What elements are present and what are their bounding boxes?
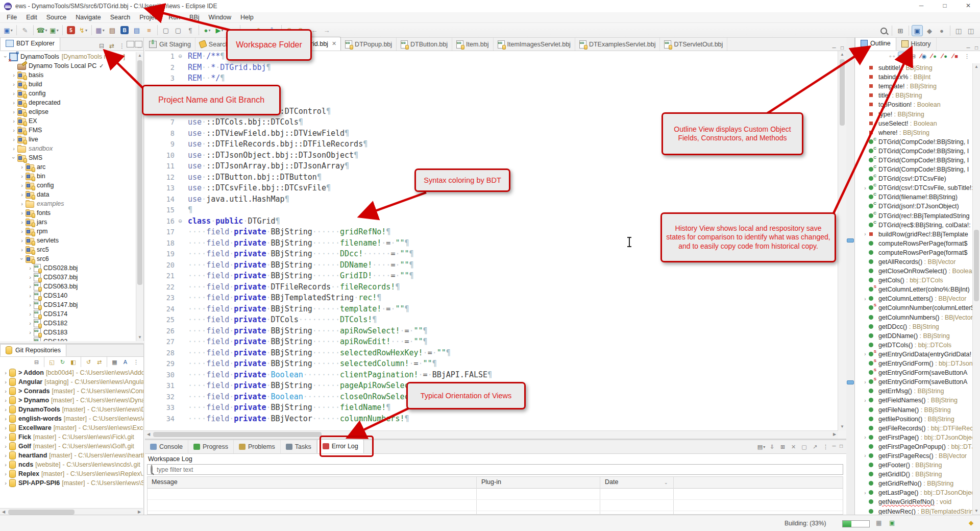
sort-chevron-icon[interactable]: ⌄ — [664, 480, 668, 485]
outline-item[interactable]: CDTGrid(csv!:DTCsvFile) — [855, 174, 972, 183]
expander-icon[interactable]: › — [27, 283, 34, 289]
expander-icon[interactable]: › — [18, 173, 26, 179]
tree-item-config[interactable]: ›config — [0, 181, 143, 190]
expander-icon[interactable]: › — [27, 265, 34, 271]
outline-item[interactable]: title! : BBjString — [855, 91, 972, 100]
minimize-icon[interactable]: ─ — [964, 45, 972, 51]
expander-icon[interactable]: › — [18, 201, 26, 207]
tree-item-sms[interactable]: ›SMS — [0, 153, 143, 162]
tree-item-eclipse[interactable]: ›eclipse — [0, 107, 143, 116]
tree-item-servlets[interactable]: ›servlets — [0, 236, 143, 245]
tree-item-examples[interactable]: ›examples — [0, 199, 143, 208]
expander-icon[interactable]: › — [27, 339, 34, 341]
debug-icon[interactable]: ●▾ — [202, 25, 213, 36]
outline-item[interactable]: getColumnNumbers() : BBjVector — [855, 313, 972, 322]
notification-icon[interactable]: ◆ — [969, 519, 973, 526]
gui-builder-icon[interactable]: ▦▾ — [94, 25, 106, 36]
tab-console[interactable]: Console — [145, 440, 188, 453]
git-repo-english-words[interactable]: ›english-words[master]- C:\Users\len\ews… — [0, 414, 143, 423]
outline-item[interactable]: getFooter() : BBjString — [855, 461, 972, 470]
expander-icon[interactable]: › — [862, 398, 868, 403]
tree-item-fonts[interactable]: ›fonts — [0, 208, 143, 218]
outline-item[interactable]: computeRowsPerPage(format$ — [855, 248, 972, 257]
link-editor-icon[interactable]: ⇄ — [107, 41, 116, 51]
outline-item[interactable]: getFileRecords() : bbj::DTFileRecords — [855, 424, 972, 433]
menu-edit[interactable]: Edit — [21, 12, 42, 22]
view-menu-icon[interactable]: ⋮ — [821, 442, 830, 451]
tree-item-cds147-bbj[interactable]: ›CDS147.bbj — [0, 300, 143, 309]
perspective-debug-icon[interactable]: ◆ — [924, 25, 935, 36]
expander-icon[interactable]: › — [27, 329, 34, 335]
outline-item[interactable]: ›getFirstPageRecs() : BBjVector — [855, 451, 972, 461]
git-repo-spi-app-spi6[interactable]: ›SPI-APP-SPI6[master]- C:\Users\len\ews\… — [0, 478, 143, 488]
tree-item-cds174[interactable]: ›CDS174 — [0, 309, 143, 319]
outline-item[interactable]: CDTGrid(rec!:BBjTemplatedString — [855, 211, 972, 221]
git-repo-replex[interactable]: ›Replex[master]- C:\Users\len\ews\Replex… — [0, 469, 143, 478]
outline-item[interactable]: ›SgetEntryGridData(entryGridData! — [855, 350, 972, 359]
sort-icon[interactable]: A — [120, 357, 130, 367]
tree-item-sandbox[interactable]: ›sandbox — [0, 144, 143, 153]
outline-item[interactable]: ›buildRow(gridRec!:BBjTemplate — [855, 230, 972, 239]
outline-item[interactable]: tabindex% : BBjInt — [855, 73, 972, 82]
expander-icon[interactable]: › — [10, 72, 17, 78]
outline-item[interactable]: getErrMsg() : BBjString — [855, 387, 972, 396]
editor-tab-git-staging[interactable]: Git Staging — [145, 38, 195, 51]
expander-icon[interactable]: › — [11, 154, 17, 161]
tree-item-cds140[interactable]: ›CDS140 — [0, 291, 143, 300]
expander-icon[interactable]: › — [18, 210, 26, 216]
tree-item-rpm[interactable]: ›rpm — [0, 227, 143, 236]
outline-item[interactable]: SgetEntryGridForm(saveButtonA — [855, 368, 972, 377]
tab-outline[interactable]: Outline — [855, 38, 896, 51]
tree-item-cds183[interactable]: ›CDS183 — [0, 328, 143, 337]
column-header-message[interactable]: Message — [152, 478, 178, 486]
outline-item[interactable]: ›getFirstPage() : bbj::DTJsonObject — [855, 433, 972, 442]
minimize-button[interactable]: ─ — [910, 0, 933, 12]
expander-icon[interactable]: › — [27, 320, 34, 326]
expander-icon[interactable]: › — [2, 434, 9, 440]
git-repo-dynamo[interactable]: ›> Dynamo[master]- C:\Users\len\ews\Dyna… — [0, 396, 143, 405]
outline-item[interactable]: CDTGrid(CompCode!:BBjString, I — [855, 165, 972, 174]
outline-item[interactable]: CDTGrid(CompCode!:BBjString, I — [855, 147, 972, 156]
column-header-plug-in[interactable]: Plug-in — [481, 478, 501, 486]
outline-item[interactable]: computeRowsPerPage(format$ — [855, 239, 972, 248]
menu-bbj[interactable]: BBj — [185, 12, 204, 22]
expander-icon[interactable]: › — [862, 435, 868, 440]
git-repo-angular[interactable]: ›Angular[staging]- C:\Users\len\ews\Angu… — [0, 377, 143, 387]
tree-item-jars[interactable]: ›jars — [0, 218, 143, 227]
outline-item[interactable]: CDTGrid(CompCode!:BBjString, I — [855, 137, 972, 147]
expander-icon[interactable]: › — [2, 425, 9, 431]
tree-item-cds192[interactable]: ›CDS192 — [0, 337, 143, 341]
run-icon[interactable]: ▶▾ — [214, 25, 225, 36]
outline-item[interactable]: getNewRec() : BBjTemplatedString — [855, 507, 972, 515]
tree-item-deprecated[interactable]: ›deprecated — [0, 98, 143, 107]
editor-area-icon[interactable]: ◫ — [965, 25, 976, 36]
outline-item[interactable]: ›SgetEntryGridForm(saveButtonA — [855, 377, 972, 387]
editor-h-scrollbar[interactable]: ◀ ▶ — [145, 430, 838, 439]
minimize-icon[interactable]: ─ — [830, 45, 838, 51]
git-repo-heartland[interactable]: ›heartland[master]- C:\Users\len\ews\hea… — [0, 451, 143, 460]
tree-item-src5[interactable]: ›src5 — [0, 245, 143, 254]
git-repo-addon[interactable]: ›> Addon[bcb00d4]- C:\Users\len\ews\Addo… — [0, 368, 143, 377]
expander-icon[interactable]: › — [862, 231, 868, 237]
menu-help[interactable]: Help — [236, 12, 258, 22]
tree-item-fms[interactable]: ›FMS — [0, 126, 143, 135]
outline-item[interactable]: CDTGrid(filename!:BBjString) — [855, 192, 972, 202]
hierarchy-icon[interactable]: ▦ — [110, 357, 119, 367]
editor-tab-dtexamplesservlet-bbj[interactable]: DTExamplesServlet.bbj — [575, 38, 660, 51]
fold-marker-icon[interactable]: ⊖ — [177, 216, 184, 227]
show-whitespace-icon[interactable]: ¶ — [185, 25, 196, 36]
expander-icon[interactable]: › — [27, 311, 34, 317]
expander-icon[interactable]: › — [2, 462, 9, 468]
maximize-icon[interactable]: □ — [972, 45, 980, 51]
perspective-bdt-icon[interactable]: ▣ — [912, 25, 923, 36]
hide-fields-icon[interactable]: ◉∕ — [919, 52, 929, 61]
git-repo-conrads[interactable]: ›> Conrads[master]- C:\Users\len\ews\Con… — [0, 387, 143, 396]
expander-icon[interactable]: › — [27, 302, 34, 308]
outline-item[interactable]: ›getLastPage() : bbj::DTJsonObject — [855, 488, 972, 497]
editor-tab-dtbutton-bbj[interactable]: DTButton.bbj — [397, 38, 452, 51]
expander-icon[interactable]: › — [10, 146, 17, 152]
document-icon[interactable]: ▢ — [173, 25, 184, 36]
expander-icon[interactable]: › — [2, 397, 9, 403]
view-layout-icon[interactable]: ◫ — [953, 25, 964, 36]
outline-item[interactable]: getNewGridRefNo() : void — [855, 497, 972, 506]
